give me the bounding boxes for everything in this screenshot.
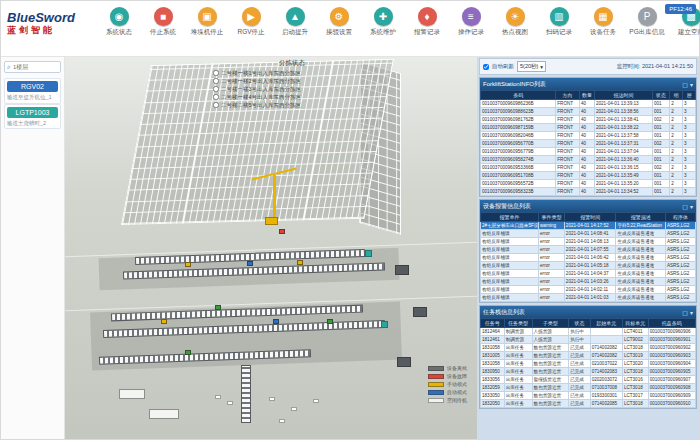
column-header[interactable]: 条码 [481,91,556,100]
collapse-icon[interactable]: ▾ [690,203,693,210]
rgv-vehicle-blue[interactable] [247,261,253,266]
device-button[interactable]: RGV02 [7,81,58,92]
table-row[interactable]: 有组反库错误error2021-04-01 14:04:37生成反库请告通道AS… [481,270,696,278]
toolbar-button[interactable]: ✚ 系统维护 [361,7,405,37]
table-row[interactable]: 1830950出库任务散包货源近货已完成0714002083LCT3018001… [481,368,696,376]
table-row[interactable]: 0010037000960958274BFRONT402021-04-01 13… [481,156,696,164]
table-row[interactable]: 有组反库错误error2021-04-01 14:07:55生成反库请告通道AS… [481,246,696,254]
rgv-vehicle-blue[interactable] [273,319,279,324]
toolbar-button[interactable]: ≡ 操作记录 [449,7,493,37]
agv-vehicle-green[interactable] [185,350,191,355]
toolbar-button[interactable]: P PG出库信息 [625,7,669,37]
table-row[interactable]: 有组反库错误error2021-04-01 14:08:13生成反库请告通道AS… [481,238,696,246]
table-row[interactable]: 0010037000960956770BFRONT402021-04-01 13… [481,140,696,148]
column-header[interactable]: 方向 [556,91,580,100]
column-header[interactable]: 状态 [569,319,591,328]
alarm-panel-title-bar[interactable]: 设备报警信息列表 ▢ ▾ [480,200,696,212]
table-row[interactable]: 0010037000960953366BFRONT402021-04-01 13… [481,164,696,172]
device-card[interactable]: LGTP1003 输送土货槽时_2 [4,104,61,130]
stacker-crane[interactable] [265,217,278,225]
table-row[interactable]: 有组反库错误error2021-04-01 14:02:11生成反库请告通道AS… [481,286,696,294]
toolbar-button[interactable]: ▣ 堆垛机停止 [185,7,229,37]
column-header[interactable]: 数量 [579,91,594,100]
window-icon[interactable]: ▢ [682,81,688,88]
agv-vehicle-green[interactable] [215,305,221,310]
toolbar-button[interactable]: ■ 停止系统 [141,7,185,37]
sorting-checkbox[interactable] [213,86,219,92]
device-button[interactable]: LGTP1003 [7,107,58,118]
toolbar-button[interactable]: ◉ 系统状态 [97,7,141,37]
table-row[interactable]: 1831058出库任务散包货源近货已生成0210037022LCT3020001… [481,360,696,368]
table-row[interactable]: 0010037000960986236BFRONT402021-04-01 13… [481,100,696,108]
table-row[interactable]: 1812464制调货源人拣货源执行中LCT4011001003700096090… [481,328,696,336]
table-row[interactable]: 0010037000960958323BFRONT402021-04-01 13… [481,188,696,196]
column-header[interactable]: 托盘条码 [648,319,695,328]
table-row[interactable]: 0010037000960982046BFRONT402021-04-01 13… [481,132,696,140]
sorting-checkbox[interactable] [213,94,219,100]
refresh-interval-select[interactable]: 5(20秒) ▾ [517,61,546,72]
column-header[interactable]: 报警描述 [616,213,665,222]
table-row[interactable]: 1832059出库任务散包货源近货已完成0710037008LCT3018001… [481,384,696,392]
sorting-checkbox-item[interactable]: 二号楼一楼3号出入库东西分拣区 [213,85,371,93]
table-row[interactable]: 有组反库错误error2021-04-01 14:03:26生成反库请告通道AS… [481,278,696,286]
sorting-checkbox[interactable] [213,78,219,84]
table-row[interactable]: 1812461制调货源人拣货源执行中LCT9002001003700096090… [481,336,696,344]
column-header[interactable]: 状态 [653,91,670,100]
sorting-checkbox-item[interactable]: 二号楼二楼5号出入库东西分拣区 [213,101,371,109]
table-row[interactable]: 1833056出库任务暂缓拣货近货已完成0202003072LCT3016001… [481,376,696,384]
table-row[interactable]: 有组反库错误error2021-04-01 14:05:18生成反库请告通道AS… [481,262,696,270]
column-header[interactable]: 任务号 [481,319,505,328]
column-header[interactable]: 层 [683,91,696,100]
station-panel-title-bar[interactable]: ForkliftStationINFO列表 ▢ ▾ [480,78,696,90]
fault-vehicle-red[interactable] [279,229,285,234]
table-row[interactable]: 0010037000960951708BFRONT402021-04-01 13… [481,172,696,180]
column-header[interactable]: 子类型 [532,319,569,328]
table-row[interactable]: 0010037000960956572BFRONT402021-04-01 13… [481,180,696,188]
toolbar-button[interactable]: ⚙ 接驳设置 [317,7,361,37]
toolbar-button[interactable]: ♦ 报警记录 [405,7,449,37]
column-header[interactable]: 组 [670,91,683,100]
collapse-icon[interactable]: ▾ [690,309,693,316]
task-panel-title-bar[interactable]: 任务栈信息列表 ▢ ▾ [480,306,696,318]
auto-refresh-checkbox[interactable] [483,64,489,70]
table-row[interactable]: 1832050出库任务散包货源近货已完成0714002085LCT3018001… [481,400,696,408]
agv-vehicle-green[interactable] [327,319,333,324]
device-card[interactable]: RGV02 输送至提升机位_1 [4,78,61,104]
toolbar-button[interactable]: ▦ 设备任务 [581,7,625,37]
table-row[interactable]: 0010037000960988623BFRONT402021-04-01 13… [481,108,696,116]
shuttle-vehicle-yellow[interactable] [185,262,191,267]
table-row[interactable]: 1831058出库任务散包货源近货已完成0714002082LCT3018001… [481,344,696,352]
toolbar-button[interactable]: ▲ 启动提升 [273,7,317,37]
table-row[interactable]: 2#七层穿梭车出口路末5F设备warning2021-04-01 14:17:5… [481,222,696,230]
warehouse-3d-view[interactable]: 分拣状态 二号楼一楼1号出入库东西分拣区 二号楼一楼2号出入库东西分拣区 [65,57,477,439]
shuttle-vehicle-yellow[interactable] [297,260,303,265]
column-header[interactable]: 报警单件 [481,213,539,222]
table-row[interactable]: 0010037000960987159BFRONT402021-04-01 13… [481,124,696,132]
sorting-checkbox-item[interactable]: 二号楼一楼4号出入库东西分拣区 [213,93,371,101]
column-header[interactable]: 事件类型 [539,213,565,222]
column-header[interactable]: 程序体 [665,213,695,222]
column-header[interactable]: 目标单元 [622,319,648,328]
shuttle-vehicle-yellow[interactable] [161,319,167,324]
device-search[interactable]: ⌕ [4,61,61,73]
table-row[interactable]: 有组反库错误error2021-04-01 14:08:41生成反库请告通道AS… [481,230,696,238]
lift-station-1[interactable] [365,250,372,257]
table-row[interactable]: 有组反库错误error2021-04-01 14:06:42生成反库请告通道AS… [481,254,696,262]
collapse-icon[interactable]: ▾ [690,81,693,88]
column-header[interactable]: 抵达时间 [594,91,652,100]
lift-station-2[interactable] [381,321,388,328]
table-row[interactable]: 0010037000960981762BFRONT402021-04-01 13… [481,116,696,124]
sorting-checkbox[interactable] [213,102,219,108]
toolbar-button[interactable]: ☀ 热点视图 [493,7,537,37]
window-icon[interactable]: ▢ [682,203,688,210]
sorting-checkbox-item[interactable]: 二号楼一楼2号出入库东西分拣区 [213,77,371,85]
column-header[interactable]: 任务类型 [504,319,532,328]
table-row[interactable]: 1833050出库任务散包货源近货已生成0193300301LCT3017001… [481,392,696,400]
sorting-checkbox[interactable] [213,70,219,76]
table-row[interactable]: 有组反库错误error2021-04-01 14:01:03生成反库请告通道AS… [481,294,696,302]
toolbar-button[interactable]: ▶ RGV停止 [229,7,273,37]
search-input[interactable] [13,64,58,70]
status-badge[interactable]: PF12:46 [665,4,696,14]
window-icon[interactable]: ▢ [682,309,688,316]
sorting-checkbox-item[interactable]: 二号楼一楼1号出入库东西分拣区 [213,69,371,77]
